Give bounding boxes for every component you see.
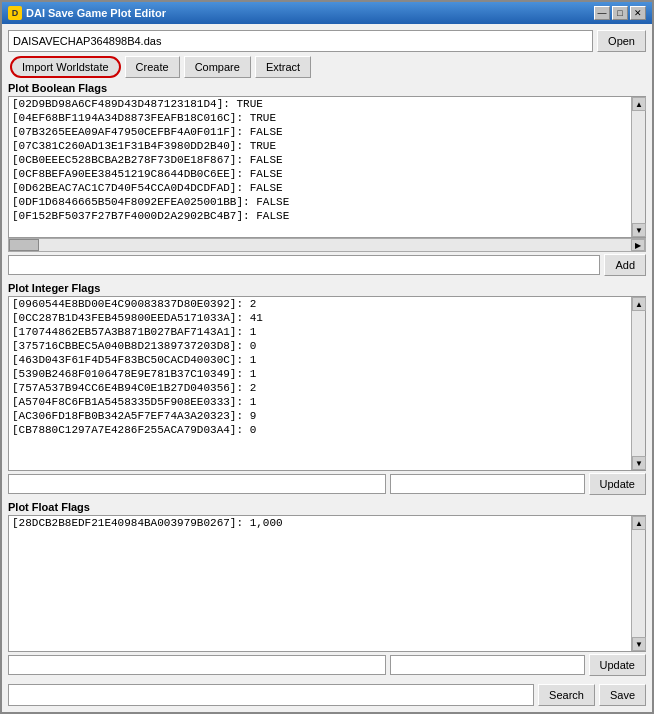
float-update-button[interactable]: Update (589, 654, 646, 676)
list-item[interactable]: [07C381C260AD13E1F31B4F3980DD2B40]: TRUE (9, 139, 631, 153)
bool-add-button[interactable]: Add (604, 254, 646, 276)
title-bar-left: D DAI Save Game Plot Editor (8, 6, 166, 20)
list-item[interactable]: [463D043F61F4D54F83BC50CACD40030C]: 1 (9, 353, 631, 367)
title-bar-controls: — □ ✕ (594, 6, 646, 20)
float-edit-val-input[interactable] (390, 655, 584, 675)
main-window: D DAI Save Game Plot Editor — □ ✕ Open I… (0, 0, 654, 714)
bool-hscroll-right[interactable]: ▶ (631, 239, 645, 251)
float-edit-key-input[interactable] (8, 655, 386, 675)
search-input[interactable] (8, 684, 534, 706)
close-button[interactable]: ✕ (630, 6, 646, 20)
list-item[interactable]: [0CB0EEEC528BCBA2B278F73D0E18F867]: FALS… (9, 153, 631, 167)
bool-edit-input[interactable] (8, 255, 600, 275)
float-section-label: Plot Float Flags (8, 501, 646, 513)
list-item[interactable]: [757A537B94CC6E4B94C0E1B27D040356]: 2 (9, 381, 631, 395)
int-vscrollbar[interactable]: ▲ ▼ (631, 297, 645, 470)
open-button[interactable]: Open (597, 30, 646, 52)
create-button[interactable]: Create (125, 56, 180, 78)
app-icon: D (8, 6, 22, 20)
content-area: Open Import Worldstate Create Compare Ex… (2, 24, 652, 712)
list-item[interactable]: [5390B2468F0106478E9E781B37C10349]: 1 (9, 367, 631, 381)
list-item[interactable]: [07B3265EEA09AF47950CEFBF4A0F011F]: FALS… (9, 125, 631, 139)
bool-list[interactable]: [02D9BD98A6CF489D43D487123181D4]: TRUE[0… (9, 97, 631, 237)
list-item[interactable]: [170744862EB57A3B871B027BAF7143A1]: 1 (9, 325, 631, 339)
maximize-button[interactable]: □ (612, 6, 628, 20)
list-item[interactable]: [0D62BEAC7AC1C7D40F54CCA0D4DCDFAD]: FALS… (9, 181, 631, 195)
bool-section: Plot Boolean Flags [02D9BD98A6CF489D43D4… (8, 82, 646, 276)
bottom-bar: Search Save (8, 684, 646, 706)
main-sections: Plot Boolean Flags [02D9BD98A6CF489D43D4… (8, 82, 646, 676)
window-title: DAI Save Game Plot Editor (26, 7, 166, 19)
list-item[interactable]: [CB7880C1297A7E4286F255ACA79D03A4]: 0 (9, 423, 631, 437)
toolbar-row: Import Worldstate Create Compare Extract (10, 56, 646, 78)
bool-scroll-track (632, 111, 645, 223)
list-item[interactable]: [04EF68BF1194A34D8873FEAFB18C016C]: TRUE (9, 111, 631, 125)
search-button[interactable]: Search (538, 684, 595, 706)
list-item[interactable]: [0DF1D6846665B504F8092EFEA025001BB]: FAL… (9, 195, 631, 209)
list-item[interactable]: [0CC287B1D43FEB459800EEDA5171033A]: 41 (9, 311, 631, 325)
filename-input[interactable] (8, 30, 593, 52)
bool-vscrollbar[interactable]: ▲ ▼ (631, 97, 645, 237)
save-button[interactable]: Save (599, 684, 646, 706)
list-item[interactable]: [0CF8BEFA90EE38451219C8644DB0C6EE]: FALS… (9, 167, 631, 181)
int-edit-key-input[interactable] (8, 474, 386, 494)
int-list[interactable]: [0960544E8BD00E4C90083837D80E0392]: 2[0C… (9, 297, 631, 470)
bool-hscrollbar[interactable]: ▶ (8, 238, 646, 252)
bool-scroll-up[interactable]: ▲ (632, 97, 646, 111)
float-vscrollbar[interactable]: ▲ ▼ (631, 516, 645, 651)
float-list[interactable]: [28DCB2B8EDF21E40984BA003979B0267]: 1,00… (9, 516, 631, 651)
list-item[interactable]: [AC306FD18FB0B342A5F7EF74A3A20323]: 9 (9, 409, 631, 423)
list-item[interactable]: [0F152BF5037F27B7F4000D2A2902BC4B7]: FAL… (9, 209, 631, 223)
bool-hscroll-thumb (9, 239, 39, 251)
int-edit-row: Update (8, 473, 646, 495)
list-item[interactable]: [02D9BD98A6CF489D43D487123181D4]: TRUE (9, 97, 631, 111)
int-section-label: Plot Integer Flags (8, 282, 646, 294)
int-edit-val-input[interactable] (390, 474, 584, 494)
list-item[interactable]: [28DCB2B8EDF21E40984BA003979B0267]: 1,00… (9, 516, 631, 530)
bool-scroll-down[interactable]: ▼ (632, 223, 646, 237)
compare-button[interactable]: Compare (184, 56, 251, 78)
int-section: Plot Integer Flags [0960544E8BD00E4C9008… (8, 282, 646, 495)
import-worldstate-button[interactable]: Import Worldstate (10, 56, 121, 78)
int-scroll-down[interactable]: ▼ (632, 456, 646, 470)
list-item[interactable]: [0960544E8BD00E4C90083837D80E0392]: 2 (9, 297, 631, 311)
bool-section-label: Plot Boolean Flags (8, 82, 646, 94)
title-bar: D DAI Save Game Plot Editor — □ ✕ (2, 2, 652, 24)
bool-edit-row: Add (8, 254, 646, 276)
float-scroll-up[interactable]: ▲ (632, 516, 646, 530)
float-section: Plot Float Flags [28DCB2B8EDF21E40984BA0… (8, 501, 646, 676)
extract-button[interactable]: Extract (255, 56, 311, 78)
float-list-wrapper: [28DCB2B8EDF21E40984BA003979B0267]: 1,00… (8, 515, 646, 652)
float-scroll-down[interactable]: ▼ (632, 637, 646, 651)
int-list-wrapper: [0960544E8BD00E4C90083837D80E0392]: 2[0C… (8, 296, 646, 471)
minimize-button[interactable]: — (594, 6, 610, 20)
int-scroll-up[interactable]: ▲ (632, 297, 646, 311)
list-item[interactable]: [A5704F8C6FB1A5458335D5F908EE0333]: 1 (9, 395, 631, 409)
float-edit-row: Update (8, 654, 646, 676)
int-update-button[interactable]: Update (589, 473, 646, 495)
top-bar: Open (8, 30, 646, 52)
bool-list-wrapper: [02D9BD98A6CF489D43D487123181D4]: TRUE[0… (8, 96, 646, 238)
list-item[interactable]: [375716CBBEC5A040B8D21389737203D8]: 0 (9, 339, 631, 353)
int-scroll-track (632, 311, 645, 456)
float-scroll-track (632, 530, 645, 637)
